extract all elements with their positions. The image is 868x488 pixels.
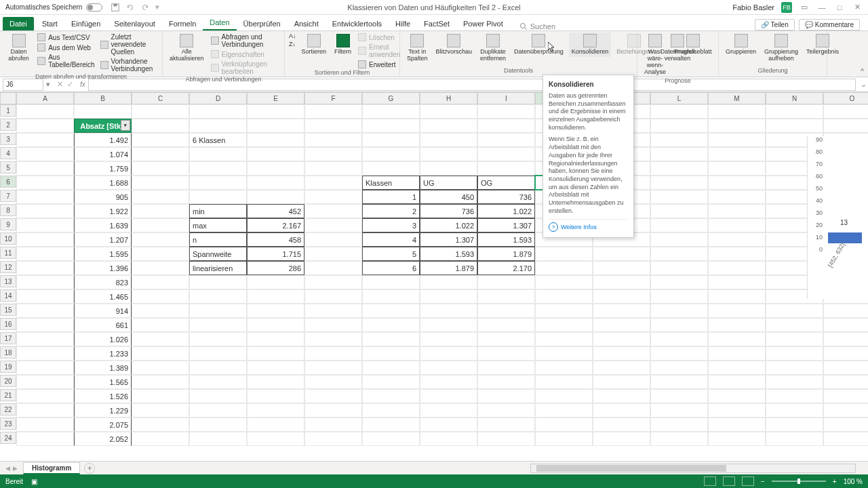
row-header[interactable]: 15 [0,304,16,316]
cell[interactable] [304,218,362,232]
cell[interactable] [189,176,247,190]
cell[interactable] [362,318,420,332]
cell[interactable] [189,190,247,204]
cell[interactable] [708,190,766,204]
cell[interactable] [477,361,535,375]
cell[interactable] [420,161,477,176]
cell[interactable] [189,304,247,318]
cell[interactable] [304,104,362,119]
cell[interactable] [420,389,477,403]
cell[interactable] [247,318,304,332]
row-header[interactable]: 14 [0,289,16,302]
cell[interactable]: 1.022 [477,204,535,218]
page-break-view-icon[interactable] [742,476,754,486]
cell[interactable]: 1.595 [74,247,132,261]
cell[interactable] [650,190,708,204]
row-header[interactable]: 12 [0,261,16,273]
cell[interactable] [304,318,362,332]
cell[interactable] [247,304,304,318]
cell[interactable] [189,119,247,133]
row-header[interactable]: 18 [0,346,16,359]
cell[interactable] [535,375,593,389]
cell[interactable] [708,275,766,289]
cell[interactable] [247,346,304,361]
save-icon[interactable] [111,3,120,12]
cell[interactable] [16,261,74,275]
cell[interactable] [535,275,593,289]
row-header[interactable]: 3 [0,133,16,145]
cell[interactable] [477,104,535,119]
cell[interactable] [823,304,868,318]
cell[interactable] [304,204,362,218]
cell[interactable] [535,361,593,375]
cell[interactable] [708,218,766,232]
cell[interactable] [16,133,74,147]
cell[interactable] [247,147,304,161]
tab-help[interactable]: Hilfe [389,17,417,30]
cell[interactable] [132,247,189,261]
filter-dropdown-icon[interactable]: ▾ [121,120,130,131]
advanced-filter-button[interactable]: Erweitert [357,60,401,69]
cell[interactable] [132,318,189,332]
cell[interactable] [189,346,247,361]
relationships-button[interactable]: Beziehungen [614,33,655,57]
zoom-in-icon[interactable]: + [833,478,837,485]
cell[interactable] [189,418,247,432]
cell[interactable]: 1.879 [420,261,477,275]
cell[interactable] [189,375,247,389]
cell[interactable]: 5 [362,247,420,261]
cell[interactable] [304,161,362,176]
tab-powerpivot[interactable]: Power Pivot [456,17,510,30]
cell[interactable]: n [189,232,247,247]
cell[interactable] [132,361,189,375]
cell[interactable]: 2.052 [74,432,132,446]
cell[interactable] [304,247,362,261]
cell[interactable] [708,304,766,318]
cell[interactable]: 1.074 [74,147,132,161]
tab-developer[interactable]: Entwicklertools [326,17,389,30]
row-header[interactable]: 6 [0,176,16,188]
cell[interactable] [823,403,868,418]
cell[interactable] [477,375,535,389]
cell[interactable] [650,261,708,275]
row-header[interactable]: 11 [0,247,16,259]
cell[interactable]: 1.389 [74,361,132,375]
cell[interactable] [16,247,74,261]
row-header[interactable]: 5 [0,161,16,174]
cell[interactable] [420,346,477,361]
cell[interactable] [766,432,823,446]
cell[interactable] [593,403,650,418]
cell[interactable]: 1.026 [74,332,132,346]
cell[interactable] [708,147,766,161]
cell[interactable] [708,161,766,176]
cell[interactable]: 1.465 [74,289,132,304]
cell[interactable] [650,161,708,176]
cell[interactable] [247,389,304,403]
row-header[interactable]: 19 [0,361,16,373]
cell[interactable] [823,361,868,375]
zoom-out-icon[interactable]: − [761,478,765,485]
column-header[interactable]: E [247,92,304,104]
cell[interactable] [132,133,189,147]
cell[interactable] [535,432,593,446]
cell[interactable] [650,176,708,190]
cell[interactable] [420,403,477,418]
cell[interactable] [420,318,477,332]
cell[interactable] [477,289,535,304]
cell[interactable] [477,332,535,346]
cell[interactable] [650,361,708,375]
cell[interactable]: 914 [74,304,132,318]
cell[interactable] [823,332,868,346]
redo-icon[interactable] [140,3,150,12]
cell[interactable] [304,418,362,432]
cell[interactable] [593,289,650,304]
cell[interactable] [16,304,74,318]
cell[interactable] [708,204,766,218]
cell[interactable] [650,218,708,232]
cell[interactable] [362,389,420,403]
cell[interactable]: max [189,218,247,232]
cell[interactable]: 1.233 [74,346,132,361]
macro-record-icon[interactable]: ▣ [31,478,37,485]
row-header[interactable]: 10 [0,232,16,245]
cell[interactable] [304,232,362,247]
